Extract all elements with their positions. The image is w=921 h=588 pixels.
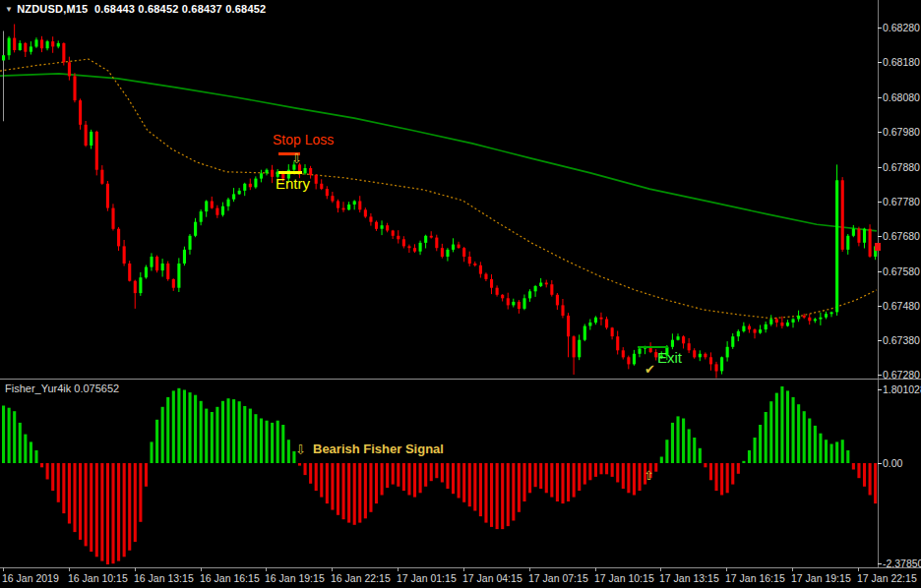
- fisher-bar: [73, 463, 76, 532]
- candle: [369, 216, 372, 221]
- fisher-tick-label: 0.00: [883, 458, 902, 468]
- price-tick: [878, 271, 882, 272]
- bearish-signal-arrow-icon[interactable]: ⇩: [295, 443, 306, 456]
- candle: [347, 205, 350, 209]
- fisher-bar: [446, 463, 449, 489]
- candle: [512, 302, 515, 306]
- candle: [594, 318, 597, 323]
- candle: [528, 291, 531, 298]
- fisher-bar: [326, 463, 329, 503]
- candle: [731, 336, 734, 347]
- exit-check-icon[interactable]: ✔: [645, 363, 655, 376]
- fisher-tick: [878, 389, 882, 390]
- time-tick: [660, 567, 661, 571]
- price-tick-label: 0.67580: [883, 266, 920, 276]
- chevron-down-icon[interactable]: ▼: [5, 5, 13, 14]
- fisher-bar: [413, 463, 416, 498]
- candle: [100, 170, 103, 184]
- candle: [484, 274, 487, 279]
- fisher-indicator-pane[interactable]: [0, 380, 878, 566]
- fisher-bar: [550, 463, 553, 498]
- fisher-bar: [671, 423, 674, 463]
- fisher-bar: [561, 463, 564, 503]
- stop-loss-arrow-icon[interactable]: ⇩: [291, 152, 302, 165]
- fisher-bar: [731, 463, 734, 485]
- fisher-bar: [435, 463, 438, 478]
- stop-loss-label[interactable]: Stop Loss: [273, 132, 334, 147]
- fisher-bar: [309, 463, 312, 484]
- candle: [797, 316, 800, 320]
- time-tick-label: 17 Jan 10:15: [594, 572, 654, 584]
- candle: [183, 250, 186, 264]
- fisher-bar: [298, 463, 301, 466]
- fisher-bar: [441, 463, 444, 483]
- candle: [567, 316, 570, 336]
- exit-line[interactable]: [638, 346, 668, 348]
- fisher-bar: [232, 399, 235, 463]
- mt4-chart-window: ▼NZDUSD,M15 0.68443 0.68452 0.68437 0.68…: [0, 0, 921, 588]
- fisher-bar: [869, 463, 872, 496]
- fisher-bar: [276, 421, 279, 463]
- fisher-bar: [215, 407, 218, 463]
- candle: [522, 298, 525, 309]
- exit-label[interactable]: Exit: [657, 349, 682, 366]
- candle: [852, 229, 855, 236]
- fisher-bar: [155, 420, 158, 463]
- bearish-fisher-signal-label[interactable]: Bearish Fisher Signal: [313, 441, 444, 456]
- candle: [835, 180, 838, 312]
- candle: [304, 168, 307, 173]
- pane-separator[interactable]: [0, 379, 921, 380]
- candle: [676, 336, 679, 340]
- entry-label[interactable]: Entry: [276, 175, 310, 192]
- candle: [819, 318, 822, 320]
- candle: [545, 283, 548, 285]
- candle: [479, 265, 482, 274]
- candle: [342, 208, 345, 210]
- fisher-bar: [534, 463, 537, 487]
- candle: [386, 225, 389, 230]
- fisher-bar: [479, 463, 482, 516]
- candle: [490, 279, 493, 288]
- entry-line[interactable]: [278, 171, 302, 174]
- candle: [337, 202, 339, 208]
- candle: [611, 327, 614, 336]
- candle: [106, 184, 109, 208]
- candle: [40, 39, 43, 48]
- price-tick-label: 0.67780: [883, 197, 920, 206]
- fisher-bar: [638, 463, 641, 491]
- fisher-bar: [709, 463, 712, 480]
- candle: [249, 184, 252, 188]
- fisher-bar: [594, 463, 597, 477]
- price-tick-label: 0.67680: [883, 231, 920, 241]
- fisher-bar: [166, 397, 169, 463]
- fisher-bar: [704, 463, 706, 467]
- candle: [111, 208, 114, 229]
- candle: [128, 264, 131, 281]
- candle: [134, 281, 137, 293]
- candle: [315, 175, 318, 184]
- candle: [458, 245, 460, 249]
- fisher-bar: [2, 406, 5, 464]
- time-tick: [3, 567, 4, 571]
- price-chart-pane[interactable]: [0, 0, 878, 379]
- candle: [534, 286, 537, 291]
- candle: [501, 295, 504, 299]
- price-axis[interactable]: [878, 0, 921, 567]
- candle: [51, 41, 54, 46]
- fisher-bar: [177, 388, 180, 463]
- candle: [599, 318, 602, 320]
- candle: [605, 320, 608, 328]
- candle: [841, 180, 844, 250]
- candle: [19, 43, 22, 50]
- price-tick: [878, 167, 882, 168]
- candle: [846, 236, 849, 250]
- candle: [869, 229, 872, 257]
- candle: [68, 62, 71, 76]
- fisher-bar: [364, 463, 367, 518]
- bullish-signal-arrow-icon[interactable]: ⇧: [644, 469, 654, 482]
- time-tick: [135, 567, 136, 571]
- candle: [622, 350, 625, 357]
- time-tick: [726, 567, 727, 571]
- candle: [709, 357, 712, 364]
- fisher-bar: [835, 441, 838, 463]
